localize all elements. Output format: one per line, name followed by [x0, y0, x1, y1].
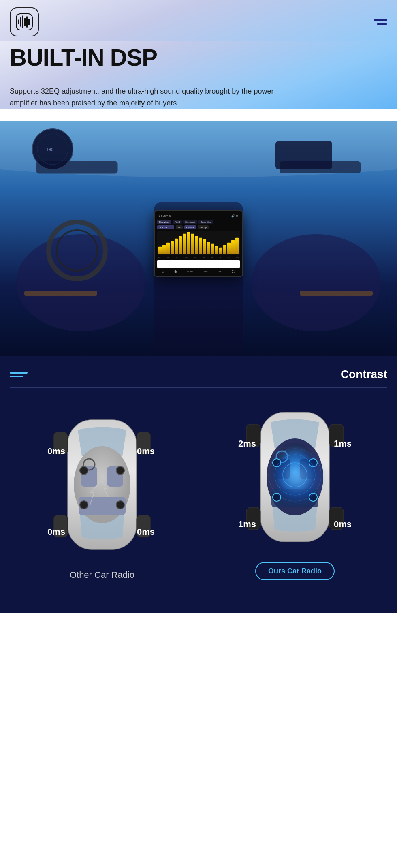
other-car-timing-bot-right: 0ms	[137, 527, 155, 537]
eq-bar-12	[203, 239, 206, 254]
logo-icon	[15, 13, 33, 31]
svg-rect-21	[300, 291, 373, 296]
ours-car-item: 2ms 1ms 1ms 0ms	[203, 400, 387, 580]
hamburger-menu[interactable]	[374, 19, 387, 25]
hero-section: BUILT-IN DSP Supports 32EQ adjustment, a…	[0, 41, 397, 109]
ours-car-timing-top-left: 2ms	[238, 438, 256, 449]
svg-point-9	[251, 234, 381, 331]
dsp-ac-btn[interactable]: A/C	[218, 270, 222, 273]
eq-bar-7	[183, 234, 186, 254]
svg-rect-3	[22, 15, 23, 28]
car-image-section: 180 14:26 ▾ ⊕ 🔊 ⊙ Equalizer Field Surrou…	[0, 121, 397, 356]
svg-rect-5	[26, 16, 28, 28]
ours-car-label-button[interactable]: Ours Car Radio	[255, 562, 335, 580]
dsp-dual-btn[interactable]: DUAL	[203, 270, 208, 273]
eq-bar-1	[158, 247, 162, 254]
contrast-lines-icon	[10, 372, 28, 377]
svg-rect-6	[28, 19, 30, 25]
eq-bar-8	[187, 232, 190, 254]
eq-bar-4	[171, 241, 174, 254]
car-interior-background: 180 14:26 ▾ ⊕ 🔊 ⊙ Equalizer Field Surrou…	[0, 121, 397, 356]
dsp-tabs: Equalizer Field Surround Bass filter	[157, 220, 240, 224]
dsp-freq-labels: FC78100200500 1k2k3k5k10k	[157, 257, 240, 259]
other-car-timing-bot-left: 0ms	[47, 527, 65, 537]
other-car-timing-top-left: 0ms	[47, 446, 65, 457]
hero-description: Supports 32EQ adjustment, and the ultra-…	[10, 86, 293, 109]
eq-bar-19	[231, 240, 235, 254]
sound-wave-glow	[271, 451, 324, 503]
contrast-line-1	[10, 372, 28, 374]
other-car-label: Other Car Radio	[70, 570, 134, 580]
eq-bar-14	[211, 244, 214, 254]
dsp-btn-setup[interactable]: Set up	[198, 225, 209, 229]
other-car-item: 0ms 0ms 0ms 0ms	[10, 408, 194, 580]
dsp-screen: 14:26 ▾ ⊕ 🔊 ⊙ Equalizer Field Surround B…	[154, 210, 243, 277]
contrast-header: Contrast	[10, 368, 387, 381]
dsp-time: 14:26 ▾ ⊕	[159, 214, 171, 218]
logo	[10, 7, 39, 36]
dsp-screen-container: 14:26 ▾ ⊕ 🔊 ⊙ Equalizer Field Surround B…	[154, 210, 243, 277]
other-car-timing-labels: 0ms 0ms 0ms 0ms	[45, 408, 159, 562]
dsp-tab-bass[interactable]: Bass filter	[198, 220, 213, 224]
eq-bar-3	[166, 243, 170, 254]
dsp-expand-icon[interactable]: ⛶	[232, 270, 235, 273]
dsp-bottom-controls: ⌂ ⏻ AUTO DUAL A/C ⛶	[157, 269, 240, 274]
eq-bar-11	[199, 238, 202, 254]
dsp-btn-standard[interactable]: Standard ▼	[157, 225, 174, 229]
dsp-tab-equalizer[interactable]: Equalizer	[157, 220, 171, 224]
dsp-btn-all[interactable]: All	[176, 225, 183, 229]
page-title: BUILT-IN DSP	[10, 45, 387, 71]
contrast-section: Contrast 0ms 0ms 0ms 0ms	[0, 356, 397, 613]
header	[0, 0, 397, 41]
other-car-timing-top-right: 0ms	[137, 446, 155, 457]
dsp-top-bar: 14:26 ▾ ⊕ 🔊 ⊙	[157, 214, 240, 218]
dsp-status-icons: 🔊 ⊙	[231, 214, 238, 218]
eq-bar-13	[207, 242, 210, 254]
eq-bar-16	[219, 248, 222, 254]
dsp-home-icon[interactable]: ⌂	[162, 270, 164, 273]
svg-point-8	[16, 234, 146, 331]
contrast-title: Contrast	[341, 368, 387, 381]
contrast-divider	[10, 387, 387, 388]
dsp-text-area	[157, 260, 240, 268]
dsp-auto-btn[interactable]: AUTO	[187, 270, 193, 273]
eq-bar-18	[227, 243, 231, 254]
dsp-tab-surround[interactable]: Surround	[183, 220, 197, 224]
svg-rect-4	[24, 18, 26, 26]
equalizer-bars	[157, 231, 240, 255]
eq-bar-15	[215, 246, 218, 254]
ours-car-timing-bot-right: 0ms	[334, 519, 352, 530]
dsp-controls: Standard ▼ All Default Set up	[157, 225, 240, 229]
eq-bar-2	[162, 245, 166, 254]
eq-bar-9	[191, 234, 194, 254]
svg-rect-2	[20, 17, 21, 27]
ours-car-timing-bot-left: 1ms	[238, 519, 256, 530]
svg-rect-1	[18, 19, 19, 24]
hero-divider	[10, 77, 387, 77]
other-car-top-view: 0ms 0ms 0ms 0ms	[45, 408, 159, 562]
svg-text:180: 180	[47, 148, 53, 152]
eq-bar-5	[175, 239, 178, 254]
svg-rect-20	[24, 291, 97, 296]
ours-car-top-view: 2ms 1ms 1ms 0ms	[238, 400, 352, 554]
contrast-line-2	[10, 376, 23, 377]
dsp-tab-field[interactable]: Field	[173, 220, 182, 224]
eq-bar-17	[223, 245, 226, 254]
cars-comparison: 0ms 0ms 0ms 0ms	[10, 400, 387, 580]
ours-car-timing-top-right: 1ms	[334, 438, 352, 449]
svg-rect-19	[275, 141, 332, 169]
dsp-power-icon[interactable]: ⏻	[174, 270, 177, 273]
eq-bar-10	[195, 236, 198, 254]
eq-bar-6	[179, 236, 182, 254]
dsp-btn-default[interactable]: Default	[184, 225, 196, 229]
eq-bar-20	[235, 238, 239, 254]
